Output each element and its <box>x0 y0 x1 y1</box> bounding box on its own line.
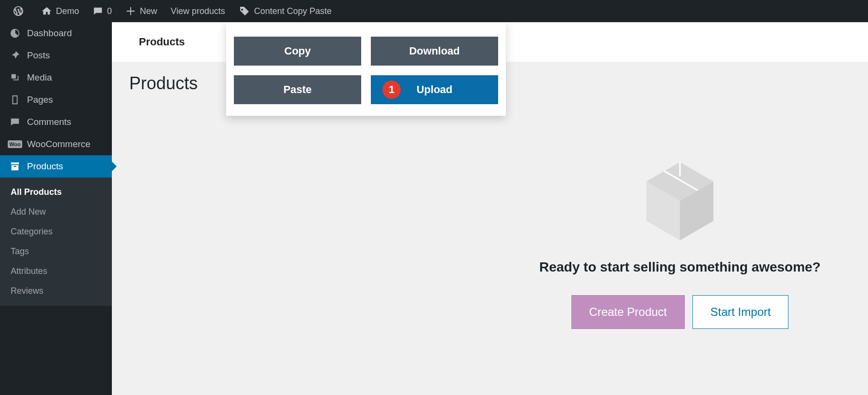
sidebar-label: Posts <box>27 50 50 61</box>
new-label: New <box>140 6 157 16</box>
download-button[interactable]: Download <box>371 37 498 66</box>
sidebar-item-comments[interactable]: Comments <box>0 111 112 133</box>
submenu-categories[interactable]: Categories <box>0 222 112 242</box>
step-badge: 1 <box>382 81 401 99</box>
sidebar-label: Pages <box>27 95 53 105</box>
wp-logo[interactable] <box>6 0 35 22</box>
archive-icon <box>9 161 21 172</box>
copy-paste-dropdown: Copy Download Paste 1 Upload <box>226 22 506 116</box>
empty-state: Ready to start selling something awesome… <box>526 162 834 329</box>
comments-count: 0 <box>107 6 112 16</box>
upload-button[interactable]: 1 Upload <box>371 75 498 104</box>
box-icon <box>641 162 719 244</box>
sidebar-label: Dashboard <box>27 28 72 39</box>
view-products-link[interactable]: View products <box>164 0 232 22</box>
home-icon <box>41 6 52 16</box>
wordpress-icon <box>13 5 24 17</box>
empty-actions: Create Product Start Import <box>526 295 834 329</box>
copy-paste-label: Content Copy Paste <box>254 6 332 16</box>
sidebar-label: Products <box>27 161 63 172</box>
plus-icon <box>125 6 136 16</box>
admin-bar: Demo 0 New View products Content Copy Pa… <box>0 0 868 22</box>
pages-icon <box>9 95 21 105</box>
comment-icon <box>93 6 103 16</box>
sidebar-item-dashboard[interactable]: Dashboard <box>0 22 112 44</box>
tab-products[interactable]: Products <box>139 36 185 48</box>
upload-label: Upload <box>417 83 453 96</box>
new-content[interactable]: New <box>119 0 164 22</box>
sidebar-item-media[interactable]: Media <box>0 67 112 89</box>
submenu-tags[interactable]: Tags <box>0 242 112 261</box>
sidebar-label: WooCommerce <box>27 139 91 150</box>
view-products-label: View products <box>171 6 225 16</box>
tag-icon <box>239 5 250 17</box>
sidebar-label: Comments <box>27 117 71 127</box>
start-import-button[interactable]: Start Import <box>692 295 788 329</box>
submenu-add-new[interactable]: Add New <box>0 202 112 222</box>
comment-icon <box>9 117 21 127</box>
sidebar-item-posts[interactable]: Posts <box>0 44 112 67</box>
sidebar-label: Media <box>27 72 52 83</box>
submenu-attributes[interactable]: Attributes <box>0 261 112 281</box>
site-home[interactable]: Demo <box>35 0 86 22</box>
create-product-button[interactable]: Create Product <box>571 295 685 329</box>
copy-button[interactable]: Copy <box>234 37 361 66</box>
dashboard-icon <box>9 28 21 39</box>
comments-link[interactable]: 0 <box>86 0 119 22</box>
submenu-all-products[interactable]: All Products <box>0 182 112 202</box>
content-copy-paste-menu[interactable]: Content Copy Paste <box>232 0 339 22</box>
empty-heading: Ready to start selling something awesome… <box>526 259 834 275</box>
media-icon <box>9 72 21 83</box>
pin-icon <box>9 50 21 61</box>
submenu-reviews[interactable]: Reviews <box>0 281 112 301</box>
woocommerce-icon: Woo <box>9 140 21 148</box>
sidebar-item-woocommerce[interactable]: Woo WooCommerce <box>0 133 112 155</box>
sidebar-item-pages[interactable]: Pages <box>0 89 112 111</box>
admin-sidebar: Dashboard Posts Media Pages Comments Woo… <box>0 22 112 395</box>
sidebar-item-products[interactable]: Products <box>0 155 112 177</box>
site-name-label: Demo <box>56 6 79 16</box>
paste-button[interactable]: Paste <box>234 75 361 104</box>
sidebar-submenu-products: All Products Add New Categories Tags Att… <box>0 177 112 306</box>
